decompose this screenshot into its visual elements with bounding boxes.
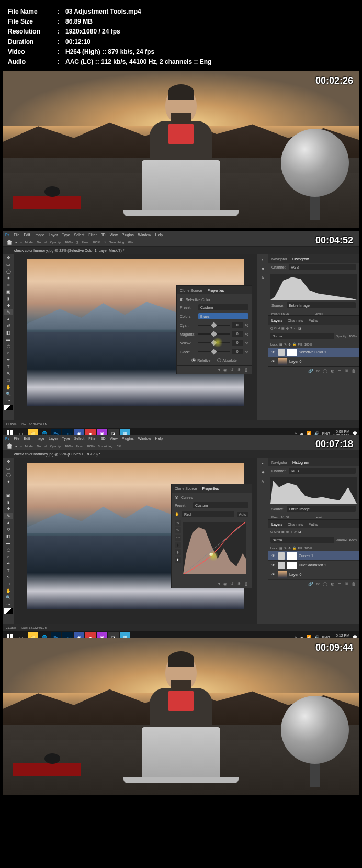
layer-mask-thumb[interactable]	[287, 552, 297, 560]
type-tool[interactable]: T	[4, 567, 13, 573]
brush-preset-icon[interactable]: ▾	[20, 240, 22, 244]
dodge-tool[interactable]: ○	[4, 350, 13, 356]
cyan-slider[interactable]	[198, 322, 230, 328]
histogram-tab[interactable]: Histogram	[292, 257, 309, 261]
history-brush-tool[interactable]: ↺	[4, 527, 13, 532]
delete-layer-icon[interactable]: 🗑	[352, 369, 356, 373]
filter-type-icon[interactable]: T	[290, 327, 292, 330]
yellow-slider[interactable]	[198, 340, 230, 346]
brush-preview-icon[interactable]: ●	[15, 241, 17, 244]
layer-opacity[interactable]: 100%	[349, 538, 357, 541]
healing-tool[interactable]: ✚	[4, 506, 13, 512]
menu-file[interactable]: File	[14, 437, 19, 440]
paths-tab[interactable]: Paths	[309, 319, 318, 322]
gradient-tool[interactable]: ▬	[4, 540, 13, 546]
auto-button[interactable]: Auto	[237, 512, 248, 517]
layer-row[interactable]: 👁 Layer 0	[268, 570, 359, 580]
menu-file[interactable]: File	[14, 233, 19, 237]
menu-edit[interactable]: Edit	[24, 437, 30, 440]
opacity-value[interactable]: 100%	[65, 241, 73, 244]
menu-3d[interactable]: 3D	[101, 233, 106, 237]
menu-type[interactable]: Type	[62, 437, 70, 440]
wand-tool[interactable]: ✦	[4, 275, 13, 281]
layer-name[interactable]: Layer 0	[289, 573, 301, 576]
black-slider[interactable]	[198, 349, 230, 355]
blur-tool[interactable]: ◌	[4, 343, 13, 349]
stamp-tool[interactable]: ▲	[4, 520, 13, 526]
delete-layer-icon[interactable]: 🗑	[352, 582, 356, 586]
panel-tab-clone[interactable]: Clone Source	[180, 288, 202, 292]
channels-tab[interactable]: Channels	[288, 319, 303, 322]
pressure-opacity-icon[interactable]: ◔	[76, 240, 78, 244]
menu-image[interactable]: Image	[35, 233, 44, 237]
menu-view[interactable]: View	[110, 233, 118, 237]
magenta-value[interactable]: 0	[232, 331, 243, 337]
channels-tab[interactable]: Channels	[288, 522, 303, 526]
layer-mask-icon[interactable]: ◯	[323, 582, 327, 586]
crop-tool[interactable]: ⌗	[4, 282, 13, 288]
reset-icon[interactable]: ↺	[230, 582, 234, 586]
character-panel-icon[interactable]: A	[259, 477, 266, 485]
menu-image[interactable]: Image	[35, 437, 44, 440]
new-group-icon[interactable]: 🗀	[337, 582, 342, 586]
dodge-tool[interactable]: ○	[4, 554, 13, 560]
home-icon[interactable]	[7, 240, 12, 245]
menu-view[interactable]: View	[110, 437, 118, 440]
layer-style-icon[interactable]: fx	[316, 582, 320, 586]
delete-icon[interactable]: 🗑	[244, 368, 248, 372]
curve-smooth-icon[interactable]: 〰	[175, 535, 181, 541]
frame-tool[interactable]: ▣	[4, 289, 13, 295]
healing-tool[interactable]: ✚	[4, 303, 13, 308]
edit-toolbar-icon[interactable]: ⋯	[4, 602, 13, 607]
new-group-icon[interactable]: 🗀	[337, 369, 342, 373]
eraser-tool[interactable]: ◧	[4, 533, 13, 539]
filter-shape-icon[interactable]: ▱	[294, 530, 297, 533]
crop-tool[interactable]: ⌗	[4, 486, 13, 492]
layer-visibility-icon[interactable]: 👁	[270, 359, 276, 364]
color-swatch[interactable]	[4, 405, 13, 410]
layer-visibility-icon[interactable]: 👁	[270, 563, 276, 568]
filter-smart-icon[interactable]: ◪	[298, 326, 301, 330]
layers-tab[interactable]: Layers	[272, 319, 282, 322]
gray-point-icon[interactable]: ◗	[175, 549, 181, 555]
brush-tool[interactable]: ✎	[4, 309, 13, 315]
lock-position-icon[interactable]: ✥	[288, 342, 291, 346]
lock-image-icon[interactable]: ✎	[284, 546, 287, 550]
path-tool[interactable]: ↖	[4, 574, 13, 580]
filter-pixel-icon[interactable]: ▦	[281, 530, 285, 533]
layer-row[interactable]: 👁 Layer 0	[268, 357, 359, 366]
color-panel-icon[interactable]: ◆	[259, 265, 266, 272]
layer-name[interactable]: Hue/Saturation 1	[299, 563, 326, 567]
expand-panel-icon[interactable]: ▸	[259, 256, 266, 263]
clip-icon[interactable]: ▾	[218, 582, 220, 586]
filter-type-icon[interactable]: T	[290, 530, 292, 533]
view-previous-icon[interactable]: ◉	[223, 582, 227, 586]
source-dropdown[interactable]: Entire Image	[287, 302, 356, 308]
color-panel-icon[interactable]: ◆	[259, 469, 266, 476]
lock-transparent-icon[interactable]: ▦	[279, 546, 282, 550]
new-adjustment-icon[interactable]: ◐	[331, 369, 334, 373]
properties-panel[interactable]: Clone Source Properties ◐ Selective Colo…	[176, 285, 252, 374]
filter-pixel-icon[interactable]: ▦	[281, 326, 285, 330]
gradient-tool[interactable]: ▬	[4, 337, 13, 342]
wand-tool[interactable]: ✦	[4, 479, 13, 485]
channel-dropdown[interactable]: Red	[182, 511, 234, 517]
histogram-channel-dropdown[interactable]: RGB	[289, 264, 356, 270]
eyedropper-tool[interactable]: ◗	[4, 296, 13, 302]
lock-all-icon[interactable]: 🔒	[292, 342, 296, 346]
path-tool[interactable]: ↖	[4, 371, 13, 376]
document-tab[interactable]: check color harmony.jpg @ 22% (Selective…	[3, 247, 359, 254]
zoom-level[interactable]: 21.95%	[6, 626, 16, 629]
new-layer-icon[interactable]: ⊞	[345, 369, 348, 373]
magenta-slider[interactable]	[198, 331, 230, 337]
shape-tool[interactable]: □	[4, 581, 13, 587]
document-tab[interactable]: check color harmony.jpg @ 22% (Curves 1,…	[3, 450, 359, 458]
properties-panel[interactable]: Clone Source Properties ⦿ Curves Preset:…	[171, 484, 252, 588]
curve-point-tool-icon[interactable]: ∿	[175, 520, 181, 526]
layer-fill[interactable]: 100%	[304, 547, 312, 550]
filter-adjustment-icon[interactable]: ◐	[286, 326, 289, 330]
preset-dropdown[interactable]: Custom	[198, 304, 248, 310]
stamp-tool[interactable]: ▲	[4, 316, 13, 322]
layer-name[interactable]: Selective Color 1	[299, 350, 326, 354]
menu-plugins[interactable]: Plugins	[122, 233, 134, 237]
